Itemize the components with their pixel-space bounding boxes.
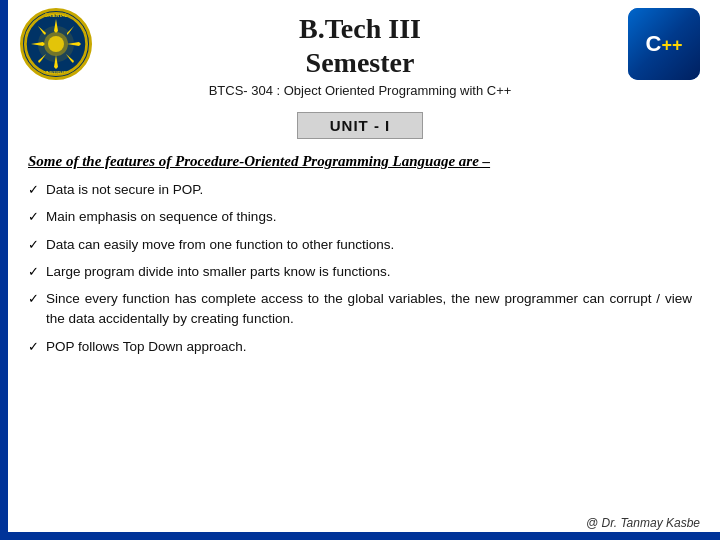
cpp-letter: C [646, 31, 662, 56]
list-item: Data is not secure in POP. [28, 180, 692, 200]
svg-marker-9 [38, 54, 46, 63]
unit-badge: UNIT - I [0, 112, 720, 139]
svg-point-10 [44, 32, 68, 56]
cpp-plus: ++ [661, 35, 682, 55]
header: ORIENTAL UNIVERSITY B.Tech III Semester … [0, 0, 720, 104]
cpp-logo: C++ [628, 8, 700, 80]
list-item: Data can easily move from one function t… [28, 235, 692, 255]
list-item: Since every function has complete access… [28, 289, 692, 330]
content-area: Some of the features of Procedure-Orient… [0, 149, 720, 372]
list-item: Large program divide into smaller parts … [28, 262, 692, 282]
svg-marker-4 [31, 42, 45, 46]
title-line2: Semester [306, 47, 415, 78]
bullet-text-1: Data is not secure in POP. [46, 182, 203, 197]
title-main: B.Tech III Semester [20, 12, 700, 79]
logo-svg: ORIENTAL UNIVERSITY [23, 11, 89, 77]
bullet-list: Data is not secure in POP. Main emphasis… [28, 180, 692, 357]
section-heading: Some of the features of Procedure-Orient… [28, 153, 692, 170]
svg-marker-3 [54, 55, 58, 69]
list-item: POP follows Top Down approach. [28, 337, 692, 357]
list-item: Main emphasis on sequence of things. [28, 207, 692, 227]
svg-marker-6 [38, 26, 46, 35]
cpp-box: C++ [628, 8, 700, 80]
logo-circle: ORIENTAL UNIVERSITY [20, 8, 92, 80]
university-logo: ORIENTAL UNIVERSITY [20, 8, 92, 80]
title-block: B.Tech III Semester BTCS- 304 : Object O… [20, 12, 700, 98]
svg-point-0 [26, 14, 86, 74]
bullet-text-4: Large program divide into smaller parts … [46, 264, 390, 279]
cpp-text: C++ [646, 31, 683, 57]
svg-marker-5 [67, 42, 81, 46]
footer: @ Dr. Tanmay Kasbe [586, 516, 700, 530]
svg-text:ORIENTAL: ORIENTAL [45, 13, 68, 18]
bullet-text-3: Data can easily move from one function t… [46, 237, 394, 252]
bottom-accent-bar [0, 532, 720, 540]
bullet-text-6: POP follows Top Down approach. [46, 339, 247, 354]
page: ORIENTAL UNIVERSITY B.Tech III Semester … [0, 0, 720, 540]
subtitle: BTCS- 304 : Object Oriented Programming … [20, 83, 700, 98]
bullet-text-2: Main emphasis on sequence of things. [46, 209, 276, 224]
svg-marker-7 [66, 54, 74, 63]
svg-text:UNIVERSITY: UNIVERSITY [44, 70, 68, 75]
unit-box: UNIT - I [297, 112, 424, 139]
svg-marker-2 [54, 19, 58, 33]
svg-marker-8 [67, 26, 74, 35]
svg-point-1 [38, 26, 74, 62]
footer-credit: @ Dr. Tanmay Kasbe [586, 516, 700, 530]
title-line1: B.Tech III [299, 13, 421, 44]
svg-point-11 [48, 36, 64, 52]
bullet-text-5: Since every function has complete access… [46, 291, 692, 326]
